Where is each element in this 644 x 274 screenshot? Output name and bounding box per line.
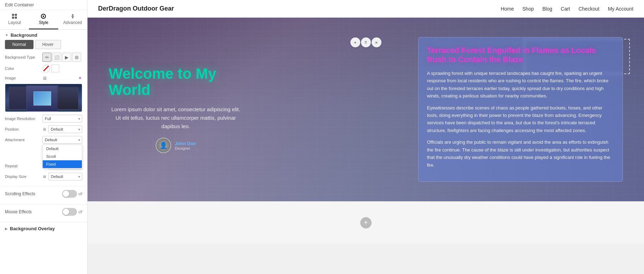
tab-advanced-label: Advanced (63, 20, 82, 25)
bg-type-icons: ✏ ⬜ ▶ ⊞ (42, 53, 81, 62)
attachment-select-wrapper: Default Default Scroll Fixed (42, 136, 82, 144)
normal-button[interactable]: Normal (5, 40, 34, 49)
display-size-row: Display Size 🖥 Default (5, 173, 82, 180)
nav-links: Home Shop Blog Cart Checkout My Account (501, 6, 633, 12)
top-nav: DerDragon Outdoor Gear Home Shop Blog Ca… (88, 0, 644, 18)
author-row: 👤 John Doe Designer (109, 138, 243, 153)
author-role: Designer (175, 146, 195, 150)
attachment-dropdown: Default Scroll Fixed (42, 144, 82, 168)
mouse-effects-row: Mouse Effects off (5, 207, 82, 217)
attachment-label: Attachment (5, 138, 40, 142)
blog-card-p1: A sprawling forest with unique terraced … (427, 70, 614, 100)
add-section-area[interactable]: + (88, 201, 644, 244)
author-info: John Doe Designer (175, 141, 195, 150)
position-label: Position (5, 127, 40, 131)
blog-card-title: Terraced Forest Engulfed in Flames as Lo… (427, 46, 614, 65)
tab-advanced[interactable]: Advanced (58, 10, 87, 29)
bg-type-video-icon[interactable]: ▶ (62, 53, 71, 62)
image-preview[interactable] (5, 84, 82, 112)
svg-rect-3 (15, 17, 17, 19)
bg-type-classic-icon[interactable]: ✏ (42, 53, 52, 62)
display-size-select-wrapper: Default (48, 173, 82, 180)
image-resolution-select-wrapper: Full (42, 115, 82, 123)
panel-title: Edit Container (0, 0, 87, 10)
hover-button[interactable]: Hover (35, 40, 61, 49)
hero-title: Welcome to My World (109, 66, 243, 98)
blog-card: Terraced Forest Engulfed in Flames as Lo… (418, 37, 623, 182)
nav-link-home[interactable]: Home (501, 6, 514, 12)
author-avatar: 👤 (156, 138, 171, 153)
left-panel: Edit Container Layout Style (0, 0, 88, 274)
tab-layout[interactable]: Layout (0, 10, 29, 29)
nav-link-shop[interactable]: Shop (522, 6, 534, 12)
site-title: DerDragon Outdoor Gear (98, 5, 174, 12)
color-label: Color (5, 66, 40, 71)
mouse-effects-knob (63, 209, 69, 215)
tab-style-label: Style (39, 20, 48, 25)
toolbar-add-button[interactable]: + (350, 37, 360, 47)
toolbar-close-button[interactable]: × (372, 37, 381, 47)
scrolling-effects-label: Scrolling Effects (5, 191, 62, 196)
mouse-effects-toggle[interactable] (62, 208, 77, 216)
image-magic-icon[interactable]: ✦ (78, 75, 82, 81)
image-resolution-row: Image Resolution Full (5, 115, 82, 123)
background-type-label: Background Type (5, 55, 40, 59)
hero-content-left: Welcome to My World Lorem ipsum dolor si… (109, 66, 243, 153)
color-solid-icon[interactable] (52, 65, 59, 72)
bg-type-slideshow-icon[interactable]: ⊞ (72, 53, 81, 62)
normal-hover-row: Normal Hover (5, 40, 82, 49)
scrolling-effects-status: off (78, 192, 82, 196)
image-monitor-icon: 🖥 (42, 76, 47, 81)
add-section-button[interactable]: + (360, 217, 372, 228)
bg-overlay-arrow-icon: ▶ (5, 227, 8, 231)
mouse-effects-status: off (78, 210, 82, 214)
svg-rect-2 (12, 17, 14, 19)
tabs-row: Layout Style Advanced (0, 10, 87, 30)
scrolling-effects-knob (63, 191, 69, 197)
attachment-select[interactable]: Default (42, 136, 82, 144)
display-size-label: Display Size (5, 174, 40, 179)
image-label: Image (5, 76, 40, 80)
blog-card-p2: Eyewitnesses describe scenes of chaos as… (427, 104, 614, 135)
position-row: Position 🖥 Default (5, 125, 82, 133)
color-row: Color (5, 65, 82, 72)
background-type-row: Background Type ✏ ⬜ ▶ ⊞ (5, 53, 82, 62)
position-select-wrapper: Default (48, 125, 82, 133)
nav-link-blog[interactable]: Blog (542, 6, 552, 12)
tab-layout-label: Layout (8, 20, 21, 25)
svg-point-6 (72, 14, 73, 16)
nav-link-cart[interactable]: Cart (561, 6, 570, 12)
display-size-monitor-icon: 🖥 (42, 174, 46, 179)
toolbar-drag-handle[interactable]: ⠿ (361, 37, 371, 47)
background-section-header[interactable]: ▼ Background (5, 30, 82, 40)
bg-type-gradient-icon[interactable]: ⬜ (52, 53, 61, 62)
hero-section: + ⠿ × Welcome to My World Lorem ipsum do… (88, 18, 644, 201)
background-arrow-icon: ▼ (5, 33, 8, 37)
tab-style[interactable]: Style (29, 10, 58, 29)
mouse-effects-label: Mouse Effects (5, 209, 62, 214)
nav-link-myaccount[interactable]: My Account (608, 6, 633, 12)
author-name: John Doe (175, 141, 195, 146)
repeat-label: Repeat (5, 164, 40, 168)
position-select[interactable]: Default (48, 125, 82, 133)
svg-rect-0 (12, 14, 14, 16)
color-transparent-icon[interactable] (42, 65, 50, 72)
position-monitor-icon: 🖥 (42, 127, 46, 131)
main-content: DerDragon Outdoor Gear Home Shop Blog Ca… (88, 0, 644, 274)
image-resolution-select[interactable]: Full (42, 115, 82, 123)
nav-link-checkout[interactable]: Checkout (578, 6, 599, 12)
display-size-select[interactable]: Default (48, 173, 82, 180)
background-overlay-section[interactable]: ▶ Background Overlay (0, 222, 87, 235)
attachment-option-default[interactable]: Default (43, 145, 82, 153)
svg-point-5 (43, 16, 44, 17)
svg-rect-1 (15, 14, 17, 16)
attachment-option-scroll[interactable]: Scroll (43, 153, 82, 160)
scrolling-effects-row: Scrolling Effects off (5, 189, 82, 199)
hero-body-text: Lorem ipsum dolor sit amet, consectetur … (109, 105, 243, 131)
image-resolution-label: Image Resolution (5, 117, 40, 121)
image-row: Image 🖥 ✦ (5, 75, 82, 81)
scrolling-effects-toggle[interactable] (62, 190, 77, 198)
canvas-area: + ⠿ × Welcome to My World Lorem ipsum do… (88, 18, 644, 274)
bg-overlay-label: Background Overlay (10, 226, 55, 231)
attachment-option-fixed[interactable]: Fixed (43, 160, 82, 168)
